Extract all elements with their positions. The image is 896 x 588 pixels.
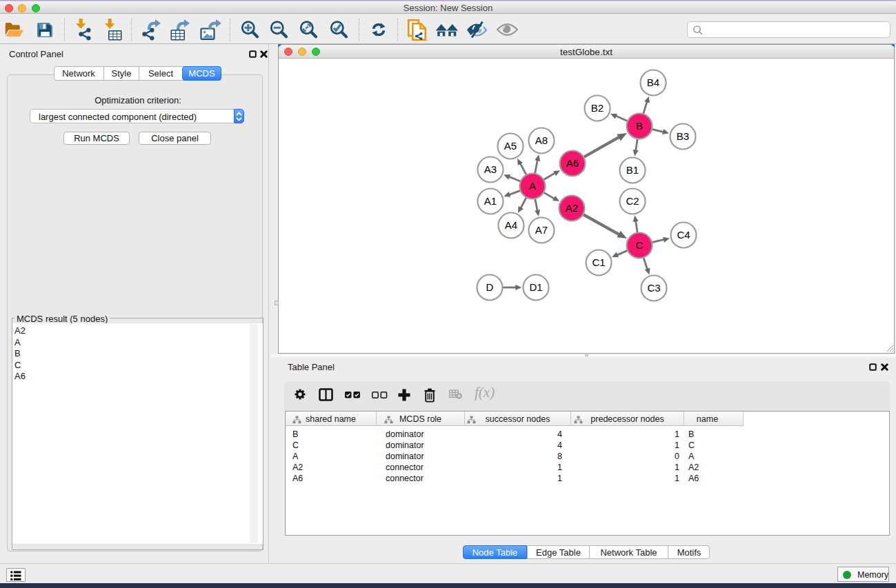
svg-text:B3: B3	[677, 130, 689, 142]
svg-text:C2: C2	[626, 195, 639, 207]
svg-text:C4: C4	[677, 229, 690, 241]
svg-text:C1: C1	[592, 256, 605, 268]
svg-text:A3: A3	[484, 163, 497, 175]
svg-text:A1: A1	[484, 195, 497, 207]
svg-text:B1: B1	[626, 164, 639, 176]
svg-text:A: A	[529, 180, 536, 192]
svg-text:A2: A2	[566, 202, 578, 214]
svg-text:A5: A5	[504, 140, 517, 152]
svg-text:B2: B2	[591, 102, 604, 114]
svg-text:A6: A6	[566, 157, 579, 169]
svg-text:A7: A7	[535, 224, 548, 236]
svg-text:C: C	[636, 239, 644, 251]
svg-text:D1: D1	[529, 281, 542, 293]
svg-text:A4: A4	[505, 219, 517, 231]
svg-text:B: B	[636, 120, 643, 132]
svg-text:C3: C3	[647, 282, 660, 294]
svg-text:D: D	[486, 281, 494, 293]
svg-text:A8: A8	[535, 134, 548, 146]
svg-text:B4: B4	[647, 77, 659, 88]
